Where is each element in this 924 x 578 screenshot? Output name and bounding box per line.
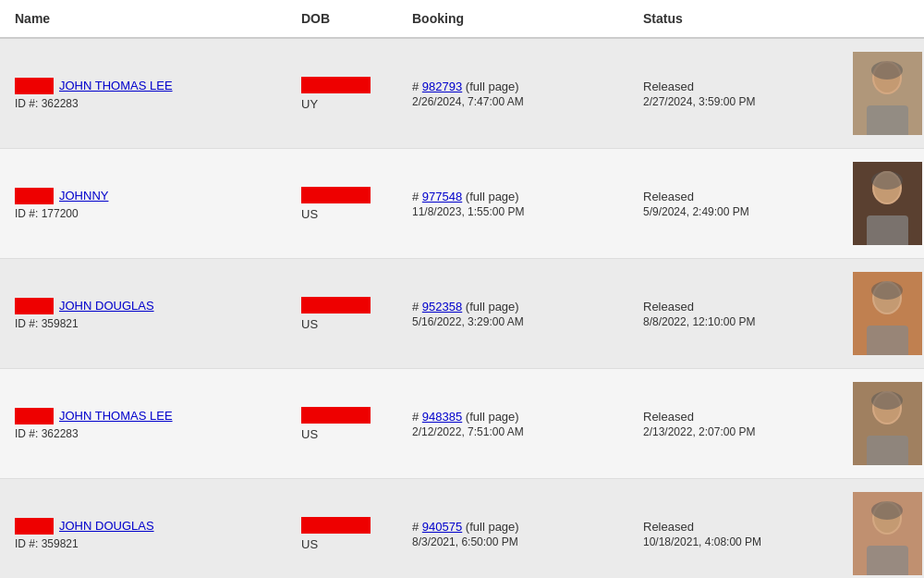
mugshot bbox=[853, 272, 922, 355]
header-photo bbox=[841, 7, 924, 30]
status-date: 8/8/2022, 12:10:00 PM bbox=[643, 315, 835, 328]
photo-cell bbox=[841, 268, 924, 359]
booking-date: 8/3/2021, 6:50:00 PM bbox=[412, 535, 632, 548]
booking-cell: # 982793 (full page)2/26/2024, 7:47:00 A… bbox=[407, 76, 638, 112]
booking-link[interactable]: 940575 bbox=[422, 520, 462, 534]
booking-date: 11/8/2023, 1:55:00 PM bbox=[412, 205, 632, 218]
redacted-block bbox=[15, 188, 54, 204]
svg-point-24 bbox=[871, 501, 903, 520]
booking-link[interactable]: 982793 bbox=[422, 80, 462, 93]
name-link[interactable]: JOHN DOUGLAS bbox=[59, 519, 154, 533]
header-status: Status bbox=[638, 7, 841, 30]
booking-link[interactable]: 952358 bbox=[422, 300, 462, 314]
id-number: ID #: 362283 bbox=[15, 427, 290, 440]
redacted-block bbox=[15, 518, 54, 535]
name-link[interactable]: JOHN THOMAS LEE bbox=[59, 79, 173, 92]
inmate-table: Name DOB Booking Status JOHN THOMAS LEEI… bbox=[0, 0, 924, 578]
redacted-block bbox=[15, 78, 54, 94]
table-row: JOHN DOUGLASID #: 359821US# 952358 (full… bbox=[0, 259, 924, 369]
header-dob: DOB bbox=[296, 7, 407, 30]
svg-point-14 bbox=[871, 281, 903, 300]
status-date: 2/27/2024, 3:59:00 PM bbox=[643, 95, 835, 108]
dob-country: UY bbox=[301, 97, 401, 111]
mugshot bbox=[853, 52, 922, 135]
table-row: JOHN DOUGLASID #: 359821US# 940575 (full… bbox=[0, 479, 924, 578]
dob-cell: US bbox=[296, 293, 407, 335]
table-row: JOHNNYID #: 177200US# 977548 (full page)… bbox=[0, 149, 924, 259]
dob-redacted bbox=[301, 407, 371, 424]
photo-cell bbox=[841, 378, 924, 469]
booking-cell: # 977548 (full page)11/8/2023, 1:55:00 P… bbox=[407, 186, 638, 222]
name-cell: JOHN DOUGLASID #: 359821 bbox=[9, 514, 296, 554]
svg-point-9 bbox=[871, 171, 903, 190]
dob-redacted bbox=[301, 297, 371, 314]
booking-link[interactable]: 948385 bbox=[422, 410, 462, 424]
name-cell: JOHN THOMAS LEEID #: 362283 bbox=[9, 404, 296, 444]
mugshot bbox=[853, 492, 922, 575]
svg-rect-13 bbox=[867, 326, 908, 355]
dob-country: US bbox=[301, 317, 401, 331]
status-cell: Released2/27/2024, 3:59:00 PM bbox=[638, 76, 841, 112]
svg-rect-3 bbox=[867, 105, 908, 135]
photo-cell bbox=[841, 488, 924, 578]
status-date: 5/9/2024, 2:49:00 PM bbox=[643, 205, 835, 218]
id-number: ID #: 362283 bbox=[15, 97, 290, 110]
dob-cell: US bbox=[296, 513, 407, 555]
dob-country: US bbox=[301, 207, 401, 221]
status-cell: Released2/13/2022, 2:07:00 PM bbox=[638, 406, 841, 442]
dob-country: US bbox=[301, 537, 401, 551]
status-cell: Released8/8/2022, 12:10:00 PM bbox=[638, 296, 841, 332]
booking-date: 5/16/2022, 3:29:00 AM bbox=[412, 315, 632, 328]
dob-redacted bbox=[301, 517, 371, 534]
dob-redacted bbox=[301, 77, 371, 93]
dob-redacted bbox=[301, 187, 371, 203]
id-number: ID #: 359821 bbox=[15, 537, 290, 550]
status-cell: Released10/18/2021, 4:08:00 PM bbox=[638, 516, 841, 552]
header-name: Name bbox=[9, 7, 296, 30]
dob-country: US bbox=[301, 427, 401, 441]
svg-rect-23 bbox=[867, 546, 908, 575]
dob-cell: US bbox=[296, 183, 407, 225]
svg-rect-18 bbox=[867, 436, 908, 465]
photo-cell bbox=[841, 48, 924, 139]
photo-cell bbox=[841, 158, 924, 249]
status-date: 2/13/2022, 2:07:00 PM bbox=[643, 425, 835, 438]
booking-link[interactable]: 977548 bbox=[422, 190, 462, 203]
table-row: JOHN THOMAS LEEID #: 362283US# 948385 (f… bbox=[0, 369, 924, 479]
table-header: Name DOB Booking Status bbox=[0, 0, 924, 39]
booking-cell: # 948385 (full page)2/12/2022, 7:51:00 A… bbox=[407, 406, 638, 442]
booking-cell: # 940575 (full page)8/3/2021, 6:50:00 PM bbox=[407, 516, 638, 552]
booking-date: 2/12/2022, 7:51:00 AM bbox=[412, 425, 632, 438]
status-text: Released bbox=[643, 80, 835, 93]
dob-cell: UY bbox=[296, 73, 407, 115]
status-text: Released bbox=[643, 410, 835, 424]
status-text: Released bbox=[643, 190, 835, 203]
name-cell: JOHNNYID #: 177200 bbox=[9, 184, 296, 224]
header-booking: Booking bbox=[407, 7, 638, 30]
id-number: ID #: 177200 bbox=[15, 207, 290, 220]
mugshot bbox=[853, 162, 922, 245]
svg-rect-8 bbox=[867, 215, 908, 245]
name-link[interactable]: JOHN DOUGLAS bbox=[59, 299, 154, 313]
redacted-block bbox=[15, 408, 54, 424]
status-text: Released bbox=[643, 300, 835, 314]
booking-cell: # 952358 (full page)5/16/2022, 3:29:00 A… bbox=[407, 296, 638, 332]
status-cell: Released5/9/2024, 2:49:00 PM bbox=[638, 186, 841, 222]
dob-cell: US bbox=[296, 403, 407, 445]
booking-date: 2/26/2024, 7:47:00 AM bbox=[412, 95, 632, 108]
redacted-block bbox=[15, 298, 54, 314]
name-cell: JOHN DOUGLASID #: 359821 bbox=[9, 294, 296, 334]
name-link[interactable]: JOHNNY bbox=[59, 189, 108, 203]
svg-point-19 bbox=[871, 391, 903, 410]
status-text: Released bbox=[643, 520, 835, 534]
table-row: JOHN THOMAS LEEID #: 362283UY# 982793 (f… bbox=[0, 39, 924, 149]
name-cell: JOHN THOMAS LEEID #: 362283 bbox=[9, 74, 296, 114]
id-number: ID #: 359821 bbox=[15, 317, 290, 330]
status-date: 10/18/2021, 4:08:00 PM bbox=[643, 535, 835, 548]
svg-point-4 bbox=[871, 61, 903, 80]
name-link[interactable]: JOHN THOMAS LEE bbox=[59, 409, 173, 423]
mugshot bbox=[853, 382, 922, 465]
